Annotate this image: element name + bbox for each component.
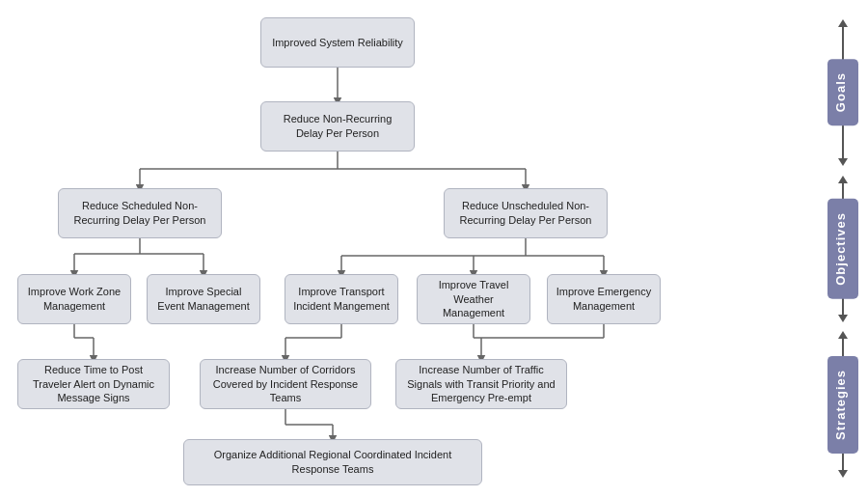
- sidebar-goals: Goals: [827, 19, 858, 166]
- strategies-arrow-up: [838, 331, 848, 339]
- objectives-arrow-down: [838, 315, 848, 322]
- node-strat-bottom: Organize Additional Regional Coordinated…: [183, 439, 482, 485]
- objectives-label: Objectives: [827, 199, 858, 299]
- goals-label: Goals: [827, 59, 858, 125]
- node-str-tw: Improve Travel Weather Management: [417, 274, 530, 324]
- sidebar-strategies: Strategies: [827, 331, 858, 478]
- connector-svg: [0, 0, 818, 497]
- node-strat-1: Reduce Time to Post Traveler Alert on Dy…: [17, 359, 170, 409]
- node-obj-right: Reduce Unscheduled Non-Recurring Delay P…: [444, 188, 608, 238]
- node-str-se: Improve Special Event Management: [147, 274, 260, 324]
- node-goal: Improved System Reliability: [260, 17, 415, 68]
- goals-arrow-down: [838, 158, 848, 166]
- node-obj-top: Reduce Non-Recurring Delay Per Person: [260, 101, 415, 152]
- strategies-arrow-down: [838, 470, 848, 478]
- diagram-area: Improved System Reliability Reduce Non-R…: [0, 0, 818, 497]
- sidebar-objectives: Objectives: [827, 176, 858, 322]
- node-strat-3: Increase Number of Traffic Signals with …: [395, 359, 567, 409]
- strategies-label: Strategies: [827, 356, 858, 454]
- sidebar: Goals Objectives Strategies: [818, 0, 868, 497]
- node-strat-2: Increase Number of Corridors Covered by …: [200, 359, 371, 409]
- node-str-ti: Improve Transport Incident Mangement: [285, 274, 398, 324]
- goals-arrow-up: [838, 19, 848, 27]
- node-str-wz: Improve Work Zone Management: [17, 274, 131, 324]
- node-obj-left: Reduce Scheduled Non-Recurring Delay Per…: [58, 188, 222, 238]
- objectives-arrow-up: [838, 176, 848, 183]
- node-str-em: Improve Emergency Management: [547, 274, 661, 324]
